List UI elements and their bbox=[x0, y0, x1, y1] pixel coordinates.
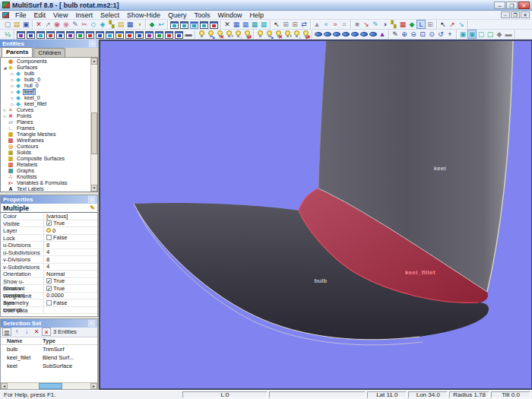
pan-icon[interactable]: + bbox=[445, 30, 454, 39]
checkbox-icon[interactable]: ✓ bbox=[46, 278, 52, 283]
open-file-icon[interactable]: ▤ bbox=[12, 20, 21, 29]
entity-list-icon[interactable]: ▥ bbox=[2, 328, 11, 336]
selection-set-close-icon[interactable]: ✕ bbox=[88, 320, 95, 327]
checkbox-icon[interactable]: ✓ bbox=[46, 220, 52, 226]
copy-view2-icon[interactable]: ▣ bbox=[467, 30, 477, 39]
selection-row-keel_fillet[interactable]: keel_filletBlend Surf... bbox=[1, 353, 97, 362]
expand-icon[interactable]: ▷ bbox=[2, 107, 8, 113]
menu-item-window[interactable]: Window bbox=[214, 11, 245, 19]
eye-point-icon[interactable]: ◉ bbox=[52, 20, 62, 29]
zoom-fit-icon[interactable]: ⊙ bbox=[427, 30, 436, 39]
cube-icon[interactable]: ▦ bbox=[125, 20, 135, 29]
display-mode-7-icon[interactable] bbox=[369, 30, 378, 39]
paste-format-icon[interactable]: ▦ bbox=[259, 20, 268, 29]
tree-item-bulb-0[interactable]: ▷◆bulb_0 bbox=[1, 77, 90, 83]
show-sel2-icon[interactable]: ↘ bbox=[264, 30, 274, 39]
view-window-4-icon[interactable] bbox=[200, 21, 208, 29]
tree-item-solids[interactable]: ▣Solids bbox=[1, 150, 90, 156]
probe-icon[interactable]: ✎ bbox=[391, 30, 400, 39]
zoom-window-icon[interactable]: ⊡ bbox=[418, 30, 427, 39]
scroll-up-icon[interactable]: ▲ bbox=[91, 58, 97, 65]
entity-toggle-7-icon[interactable] bbox=[76, 31, 84, 39]
select-cursor-icon[interactable]: ↖ bbox=[272, 20, 281, 29]
divide-icon[interactable]: ¼ bbox=[3, 30, 12, 39]
pointer-icon[interactable]: ↖ bbox=[439, 20, 448, 29]
expand-icon[interactable]: ▷ bbox=[10, 71, 15, 77]
menu-item-tools[interactable]: Tools bbox=[190, 11, 214, 19]
menu-item-view[interactable]: View bbox=[49, 11, 71, 19]
paste-entities-icon[interactable]: ▦ bbox=[241, 20, 250, 29]
entity-toggle-15-icon[interactable] bbox=[155, 31, 163, 39]
checkbox-icon[interactable] bbox=[46, 235, 52, 240]
cut-icon[interactable]: ✕ bbox=[223, 20, 232, 29]
display-mode-1-icon[interactable] bbox=[314, 30, 323, 39]
query-icon[interactable]: ◑ bbox=[380, 20, 389, 29]
window-entity-icon[interactable]: ▤ bbox=[116, 20, 125, 29]
copy-format-icon[interactable]: ▦ bbox=[250, 20, 259, 29]
display-mode-5-icon[interactable] bbox=[350, 30, 359, 39]
entity-toggle-11-icon[interactable] bbox=[116, 31, 124, 39]
close-button[interactable]: ✕ bbox=[518, 2, 530, 9]
expand-icon[interactable]: ▷ bbox=[10, 89, 15, 95]
property-value[interactable]: 0.0000 bbox=[44, 292, 97, 299]
menu-item-edit[interactable]: Edit bbox=[30, 11, 50, 19]
copy-view-icon[interactable]: ▣ bbox=[458, 30, 467, 39]
tab-children[interactable]: Children bbox=[33, 48, 65, 57]
tree-item-components[interactable]: ◉Components bbox=[1, 59, 90, 65]
entity-toggle-9-icon[interactable] bbox=[96, 31, 104, 39]
expand-icon[interactable]: ▷ bbox=[10, 77, 15, 83]
checkbox-icon[interactable]: ✓ bbox=[46, 286, 52, 291]
mesh-icon[interactable]: ▦ bbox=[398, 20, 407, 29]
property-value[interactable]: 8 bbox=[44, 256, 97, 263]
tree-item-hull-0[interactable]: ▷◆hull_0 bbox=[1, 83, 90, 89]
checkbox-icon[interactable] bbox=[46, 300, 52, 306]
menu-item-show-hide[interactable]: Show-Hide bbox=[123, 11, 164, 19]
tree-scrollbar[interactable]: ▲ ▼ bbox=[90, 58, 97, 192]
viewport[interactable]: keelbulbkeel_fillet bbox=[99, 40, 532, 390]
tree-item-variables-formulas[interactable]: X=Variables & Formulas bbox=[1, 180, 90, 186]
render-cone-icon[interactable]: ▲ bbox=[378, 30, 387, 39]
page2-icon[interactable]: ▢ bbox=[486, 30, 495, 39]
edit-note-icon[interactable]: ✎ bbox=[90, 204, 95, 211]
view-window-1-icon[interactable] bbox=[170, 21, 179, 29]
blank-icon[interactable]: ■ bbox=[353, 20, 362, 29]
viewport-3d-canvas[interactable] bbox=[100, 41, 532, 390]
property-value[interactable]: 4 bbox=[44, 249, 97, 255]
tree-item-keel-fillet[interactable]: ▷◆keel_fillet bbox=[1, 101, 90, 107]
expand-icon[interactable]: ▷ bbox=[10, 95, 15, 101]
snip-icon[interactable]: ✂ bbox=[80, 20, 89, 29]
entities-close-icon[interactable]: ✕ bbox=[89, 40, 96, 47]
entity-toggle-4-icon[interactable] bbox=[46, 31, 55, 39]
property-value[interactable]: 8 bbox=[44, 242, 97, 249]
mdi-restore-button[interactable]: ❐ bbox=[511, 11, 520, 18]
select-swap-icon[interactable]: ⇄ bbox=[299, 20, 309, 29]
tree-item-relabels[interactable]: ▧Relabels bbox=[1, 162, 90, 168]
property-value[interactable]: ✓True bbox=[44, 277, 97, 284]
move-down-icon[interactable]: ↓ bbox=[22, 328, 31, 336]
tree-item-curves[interactable]: ▷≈Curves bbox=[1, 107, 90, 113]
property-value[interactable]: False bbox=[44, 299, 97, 306]
tree-item-wireframes[interactable]: ▨Wireframes bbox=[1, 138, 90, 144]
entity-toggle-16-icon[interactable] bbox=[165, 31, 173, 39]
pointer-remove-icon[interactable]: ↘ bbox=[457, 20, 466, 29]
copy-entities-icon[interactable]: ▦ bbox=[232, 20, 241, 29]
view-window-2-icon[interactable] bbox=[180, 21, 188, 29]
entity-toggle-17-icon[interactable] bbox=[175, 31, 183, 39]
tree-item-text-labels[interactable]: AText Labels bbox=[1, 186, 90, 192]
print-icon[interactable]: ▬ bbox=[184, 30, 193, 39]
entity-toggle-13-icon[interactable] bbox=[135, 31, 144, 39]
swap-visibility-icon[interactable]: ⇄ bbox=[242, 30, 252, 39]
selection-row-bulb[interactable]: bulbTrimSurf bbox=[1, 345, 97, 353]
diamond-outline-icon[interactable]: ◇ bbox=[89, 20, 98, 29]
select-grid-icon[interactable]: ⊞ bbox=[281, 20, 290, 29]
tree-item-triangle-meshes[interactable]: ▦Triangle Meshes bbox=[1, 131, 90, 138]
tree-item-keel-0[interactable]: ▷◆keel_0 bbox=[1, 95, 90, 101]
page-icon[interactable]: ▢ bbox=[477, 30, 486, 39]
menu-item-insert[interactable]: Insert bbox=[71, 11, 97, 19]
mdi-close-button[interactable]: ✕ bbox=[521, 11, 530, 18]
insert2-icon[interactable]: ◆ bbox=[407, 20, 416, 29]
view-window-5-icon[interactable] bbox=[210, 21, 218, 29]
view-window-3-icon[interactable] bbox=[190, 21, 198, 29]
dart-icon[interactable]: ◆ bbox=[495, 30, 504, 39]
orient-icon[interactable]: ◑ bbox=[135, 20, 144, 29]
